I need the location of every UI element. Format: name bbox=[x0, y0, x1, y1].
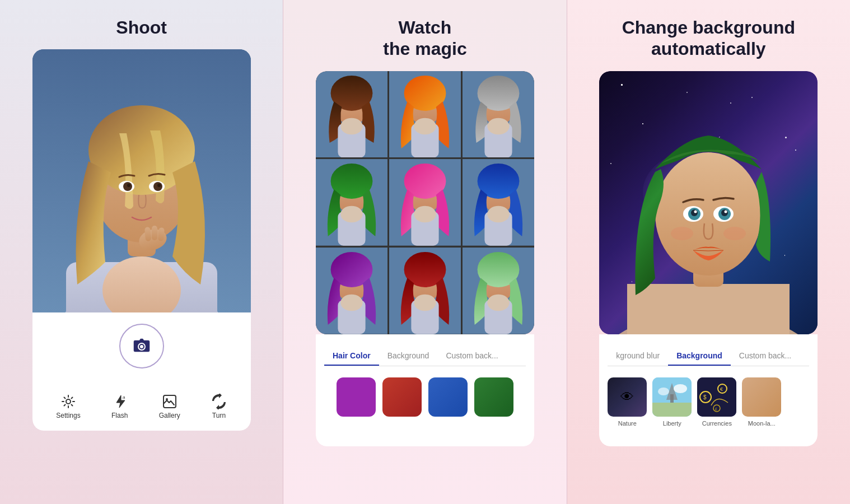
svg-rect-85 bbox=[670, 394, 674, 403]
turn-label: Turn bbox=[212, 412, 226, 419]
bg-moon-la[interactable]: Moon-la... bbox=[742, 377, 781, 427]
turn-icon bbox=[211, 394, 227, 409]
svg-rect-70 bbox=[627, 284, 790, 334]
svg-text:€: € bbox=[720, 386, 723, 392]
svg-point-33 bbox=[414, 118, 436, 135]
background-title: Change backgroundautomatically bbox=[567, 0, 850, 71]
svg-text:$: $ bbox=[703, 394, 707, 400]
camera-shutter-button[interactable] bbox=[119, 324, 164, 368]
swatch-green[interactable] bbox=[474, 377, 513, 417]
flash-label: Flash bbox=[111, 412, 128, 419]
svg-point-19 bbox=[140, 345, 143, 348]
hair-cell-orange[interactable] bbox=[389, 71, 461, 158]
moon-thumb bbox=[742, 377, 781, 417]
shoot-photo-image bbox=[32, 49, 251, 312]
gallery-label: Gallery bbox=[159, 412, 180, 419]
svg-point-48 bbox=[414, 206, 436, 223]
nav-flash[interactable]: a Flash bbox=[111, 394, 128, 419]
nature-label: Nature bbox=[618, 420, 637, 427]
shoot-bottom-ui: Settings a Flash bbox=[32, 312, 251, 431]
woman-p3-illustration bbox=[599, 71, 818, 334]
hair-cell-brown[interactable] bbox=[316, 71, 387, 158]
shoot-panel: Shoot bbox=[0, 0, 283, 504]
hair-cell-lightgreen[interactable] bbox=[463, 248, 534, 334]
woman-illustration-p1 bbox=[32, 49, 251, 312]
tab-background-p3[interactable]: Background bbox=[668, 346, 731, 366]
swatch-purple[interactable] bbox=[337, 377, 376, 417]
svg-rect-84 bbox=[652, 403, 692, 417]
svg-point-82 bbox=[723, 227, 746, 240]
camera-icon bbox=[132, 336, 152, 356]
svg-text:a: a bbox=[123, 395, 125, 400]
tab-custom-back-p2[interactable]: Custom back... bbox=[437, 346, 506, 366]
background-phone-container: kground blur Background Custom back... N… bbox=[599, 71, 818, 446]
swatch-blue[interactable] bbox=[428, 377, 468, 417]
svg-point-38 bbox=[487, 118, 509, 135]
tab-custom-back-p3[interactable]: Custom back... bbox=[731, 346, 800, 366]
hair-cell-blue[interactable] bbox=[463, 159, 534, 246]
svg-point-80 bbox=[725, 210, 727, 213]
svg-point-78 bbox=[721, 209, 728, 216]
bg-liberty[interactable]: Liberty bbox=[652, 377, 692, 427]
svg-point-23 bbox=[166, 398, 168, 400]
magic-bottom-ui: Hair Color Background Custom back... bbox=[316, 334, 534, 446]
nav-settings[interactable]: Settings bbox=[56, 394, 80, 419]
hair-cell-gray[interactable] bbox=[463, 71, 534, 158]
tab-background-p2[interactable]: Background bbox=[379, 346, 438, 366]
moon-label: Moon-la... bbox=[748, 420, 776, 427]
bottom-navigation: Settings a Flash bbox=[41, 391, 242, 422]
nav-gallery[interactable]: Gallery bbox=[159, 394, 180, 419]
svg-point-58 bbox=[340, 295, 362, 311]
magic-title: Watchthe magic bbox=[283, 0, 566, 71]
background-tabs-row: kground blur Background Custom back... bbox=[608, 346, 809, 366]
svg-point-68 bbox=[487, 295, 509, 311]
camera-button-wrap bbox=[119, 324, 164, 380]
bg-currencies[interactable]: $ € £ Currencies bbox=[697, 377, 736, 427]
svg-point-81 bbox=[671, 227, 693, 240]
background-main-photo bbox=[599, 71, 818, 334]
hair-cell-darkred[interactable] bbox=[389, 248, 461, 334]
nav-turn[interactable]: Turn bbox=[211, 394, 227, 419]
shoot-main-photo: Settings a Flash bbox=[32, 49, 251, 431]
background-bottom-ui: kground blur Background Custom back... N… bbox=[599, 334, 818, 446]
svg-point-87 bbox=[658, 388, 669, 395]
flash-icon: a bbox=[112, 394, 128, 409]
nature-thumb bbox=[608, 377, 647, 417]
magic-phone-area: Hair Color Background Custom back... bbox=[283, 71, 566, 504]
settings-label: Settings bbox=[56, 412, 80, 419]
svg-text:£: £ bbox=[715, 407, 717, 411]
hair-tabs-row: Hair Color Background Custom back... bbox=[324, 346, 526, 366]
gallery-icon bbox=[162, 394, 178, 409]
liberty-thumb bbox=[652, 377, 692, 417]
svg-point-28 bbox=[340, 118, 362, 135]
liberty-label: Liberty bbox=[663, 420, 681, 427]
background-phone-area: kground blur Background Custom back... N… bbox=[567, 71, 850, 504]
hair-color-swatches bbox=[337, 377, 513, 417]
background-panel: Change backgroundautomatically bbox=[567, 0, 850, 504]
swatch-red[interactable] bbox=[382, 377, 422, 417]
svg-point-12 bbox=[127, 184, 130, 187]
svg-point-86 bbox=[674, 384, 687, 393]
tab-hair-color[interactable]: Hair Color bbox=[324, 346, 379, 366]
hair-cell-pink[interactable] bbox=[389, 159, 461, 246]
hair-color-grid bbox=[316, 71, 534, 334]
svg-point-53 bbox=[487, 206, 509, 223]
magic-phone-container: Hair Color Background Custom back... bbox=[316, 71, 534, 446]
settings-icon bbox=[60, 394, 76, 409]
hair-cell-purple[interactable] bbox=[316, 248, 387, 334]
svg-rect-16 bbox=[152, 226, 157, 240]
svg-point-63 bbox=[414, 295, 436, 311]
currencies-label: Currencies bbox=[702, 420, 732, 427]
svg-point-79 bbox=[694, 210, 697, 213]
shoot-phone-area: Settings a Flash bbox=[0, 49, 283, 504]
svg-point-43 bbox=[340, 206, 362, 223]
shoot-title: Shoot bbox=[0, 0, 283, 49]
background-thumbnails: Nature bbox=[608, 377, 809, 427]
bg-nature[interactable]: Nature bbox=[608, 377, 647, 427]
currencies-thumb: $ € £ bbox=[697, 377, 736, 417]
svg-point-20 bbox=[66, 399, 71, 404]
hair-cell-green[interactable] bbox=[316, 159, 387, 246]
tab-kground-blur[interactable]: kground blur bbox=[608, 346, 668, 366]
magic-panel: Watchthe magic bbox=[283, 0, 567, 504]
svg-point-77 bbox=[691, 209, 698, 216]
